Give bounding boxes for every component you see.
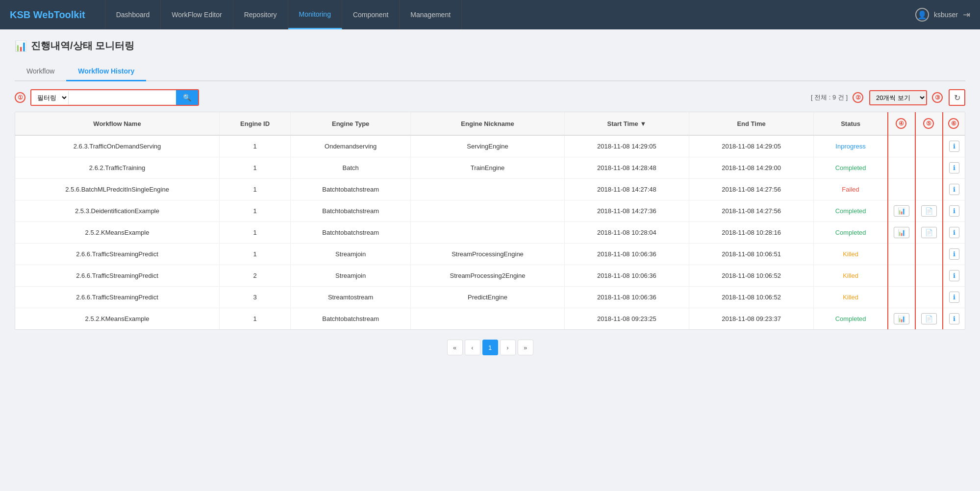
table-row: 2.6.2.TrafficTraining1BatchTrainEngine20… (15, 157, 965, 179)
table-row: 2.5.2.KMeansExample1Batchtobatchstream20… (15, 308, 965, 330)
page-size-select[interactable]: 20개씩 보기50개씩 보기100개씩 보기 (869, 90, 927, 105)
cell-action-chart[interactable]: 📊 (888, 200, 915, 222)
col-engine-type: Engine Type (291, 112, 411, 135)
cell-engine-type: Batchtobatchstream (291, 222, 411, 244)
info-button[interactable]: ℹ (949, 227, 959, 238)
info-button[interactable]: ℹ (949, 184, 959, 195)
nav-item-dashboard[interactable]: Dashboard (105, 0, 161, 29)
cell-action-doc[interactable]: 📄 (915, 308, 943, 330)
cell-engine-id: 1 (220, 179, 291, 200)
info-button[interactable]: ℹ (949, 292, 959, 303)
cell-action-info[interactable]: ℹ (943, 265, 965, 287)
header-right: 👤 ksbuser ⇥ (915, 8, 970, 22)
info-button[interactable]: ℹ (949, 313, 959, 324)
cell-engine-nickname (411, 179, 565, 200)
info-button[interactable]: ℹ (949, 270, 959, 281)
table-row: 2.5.3.DeidentificationExample1Batchtobat… (15, 200, 965, 222)
cell-engine-id: 1 (220, 222, 291, 244)
nav-item-repository[interactable]: Repository (233, 0, 288, 29)
cell-engine-type: Streamtostream (291, 287, 411, 308)
cell-action-info[interactable]: ℹ (943, 179, 965, 200)
cell-action-chart (888, 244, 915, 265)
cell-workflow-name: 2.5.2.KMeansExample (15, 308, 220, 330)
cell-action-info[interactable]: ℹ (943, 157, 965, 179)
cell-action-info[interactable]: ℹ (943, 135, 965, 157)
table-wrapper: Workflow Name Engine ID Engine Type Engi… (15, 112, 965, 330)
info-button[interactable]: ℹ (949, 141, 959, 152)
refresh-button[interactable]: ↻ (949, 89, 965, 106)
badge-4-header: ④ (896, 118, 906, 129)
cell-start-time: 2018-11-08 14:28:48 (564, 157, 689, 179)
cell-start-time: 2018-11-08 10:06:36 (564, 287, 689, 308)
doc-button[interactable]: 📄 (921, 205, 937, 217)
nav-item-component[interactable]: Component (342, 0, 400, 29)
cell-action-info[interactable]: ℹ (943, 200, 965, 222)
search-button[interactable]: 🔍 (176, 90, 198, 105)
cell-engine-nickname (411, 222, 565, 244)
page-last[interactable]: » (518, 340, 533, 355)
cell-action-chart (888, 287, 915, 308)
filter-input[interactable] (68, 91, 176, 104)
badge-5-header: ⑤ (923, 118, 934, 129)
cell-engine-id: 1 (220, 157, 291, 179)
cell-action-doc (915, 244, 943, 265)
table-row: 2.6.6.TrafficStreamingPredict1Streamjoin… (15, 244, 965, 265)
toolbar: ① 필터링 🔍 [ 전체 : 9 건 ] ② 20개씩 보기50개씩 보기100… (15, 89, 965, 106)
page-prev[interactable]: ‹ (465, 340, 480, 355)
page-next[interactable]: › (500, 340, 516, 355)
cell-action-info[interactable]: ℹ (943, 308, 965, 330)
cell-engine-type: Streamjoin (291, 265, 411, 287)
cell-end-time: 2018-11-08 10:06:52 (689, 287, 814, 308)
cell-end-time: 2018-11-08 14:27:56 (689, 200, 814, 222)
cell-end-time: 2018-11-08 09:23:37 (689, 308, 814, 330)
cell-start-time: 2018-11-08 14:27:48 (564, 179, 689, 200)
header: KSB WebToolkit DashboardWorkFlow EditorR… (0, 0, 980, 29)
tab-workflow[interactable]: Workflow (15, 62, 66, 81)
cell-action-doc[interactable]: 📄 (915, 200, 943, 222)
cell-engine-nickname: PredictEngine (411, 287, 565, 308)
table-head: Workflow Name Engine ID Engine Type Engi… (15, 112, 965, 135)
chart-button[interactable]: 📊 (894, 205, 909, 217)
cell-action-doc (915, 157, 943, 179)
col-action6: ⑥ (943, 112, 965, 135)
cell-action-chart[interactable]: 📊 (888, 222, 915, 244)
cell-engine-id: 2 (220, 265, 291, 287)
info-button[interactable]: ℹ (949, 162, 959, 173)
cell-action-info[interactable]: ℹ (943, 222, 965, 244)
cell-action-chart[interactable]: 📊 (888, 308, 915, 330)
chart-button[interactable]: 📊 (894, 227, 909, 238)
tabs-container: WorkflowWorkflow History (15, 62, 965, 81)
col-start-time: Start Time ▼ (564, 112, 689, 135)
filter-select[interactable]: 필터링 (31, 91, 68, 105)
doc-button[interactable]: 📄 (921, 227, 937, 238)
cell-action-info[interactable]: ℹ (943, 244, 965, 265)
cell-action-doc[interactable]: 📄 (915, 222, 943, 244)
logout-icon[interactable]: ⇥ (963, 9, 970, 20)
cell-status: Killed (814, 265, 888, 287)
cell-action-info[interactable]: ℹ (943, 287, 965, 308)
doc-button[interactable]: 📄 (921, 313, 937, 324)
tab-workflow-history[interactable]: Workflow History (66, 62, 146, 81)
cell-workflow-name: 2.6.6.TrafficStreamingPredict (15, 244, 220, 265)
page-content: 📊 진행내역/상태 모니터링 WorkflowWorkflow History … (0, 29, 980, 365)
cell-end-time: 2018-11-08 10:28:16 (689, 222, 814, 244)
info-button[interactable]: ℹ (949, 248, 959, 260)
cell-end-time: 2018-11-08 14:29:00 (689, 157, 814, 179)
cell-status: Failed (814, 179, 888, 200)
cell-start-time: 2018-11-08 14:29:05 (564, 135, 689, 157)
cell-workflow-name: 2.6.6.TrafficStreamingPredict (15, 287, 220, 308)
nav-item-monitoring[interactable]: Monitoring (288, 0, 342, 29)
nav-item-management[interactable]: Management (400, 0, 462, 29)
col-engine-id: Engine ID (220, 112, 291, 135)
info-button[interactable]: ℹ (949, 205, 959, 217)
cell-workflow-name: 2.5.2.KMeansExample (15, 222, 220, 244)
col-action5: ⑤ (915, 112, 943, 135)
cell-action-doc (915, 179, 943, 200)
cell-action-doc (915, 287, 943, 308)
nav-item-workflow-editor[interactable]: WorkFlow Editor (161, 0, 233, 29)
page-first[interactable]: « (447, 340, 463, 355)
page-1[interactable]: 1 (482, 340, 498, 355)
cell-workflow-name: 2.6.3.TrafficOnDemandServing (15, 135, 220, 157)
chart-button[interactable]: 📊 (894, 313, 909, 324)
cell-engine-id: 1 (220, 135, 291, 157)
